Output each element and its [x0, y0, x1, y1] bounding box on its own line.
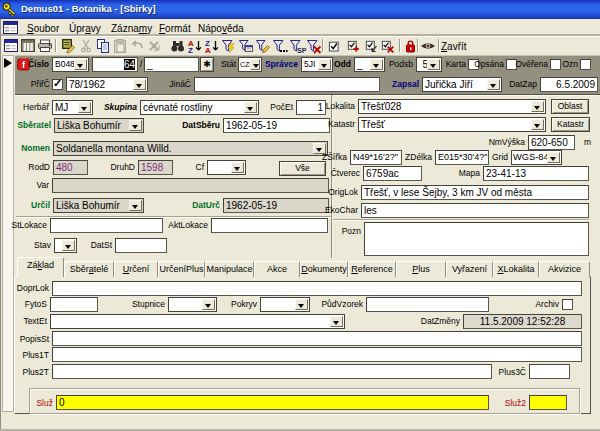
svg-text:SP: SP [297, 47, 307, 54]
svg-text:Z: Z [188, 46, 193, 54]
svg-text:A: A [205, 46, 211, 54]
